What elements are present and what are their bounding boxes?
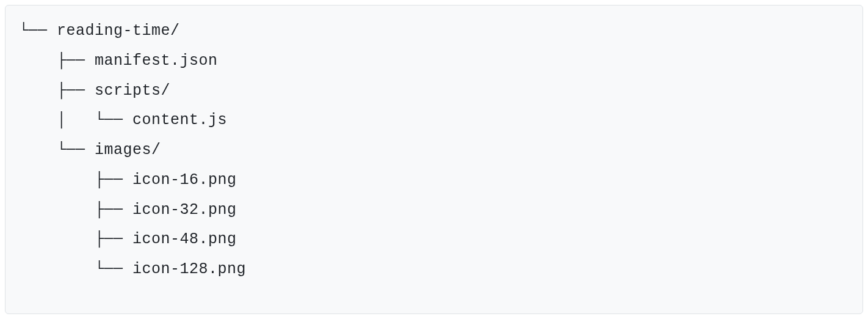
file-tree-block: └── reading-time/ ├── manifest.json ├── … xyxy=(5,5,863,314)
tree-line-icon-16: ├── icon-16.png xyxy=(19,166,849,196)
tree-line-images-dir: └── images/ xyxy=(19,136,849,166)
tree-line-icon-48: ├── icon-48.png xyxy=(19,225,849,255)
tree-line-content-js: │ └── content.js xyxy=(19,106,849,136)
tree-line-manifest: ├── manifest.json xyxy=(19,46,849,76)
tree-line-root: └── reading-time/ xyxy=(19,16,849,46)
tree-line-icon-128: └── icon-128.png xyxy=(19,255,849,285)
tree-line-icon-32: ├── icon-32.png xyxy=(19,196,849,226)
tree-line-scripts-dir: ├── scripts/ xyxy=(19,76,849,106)
